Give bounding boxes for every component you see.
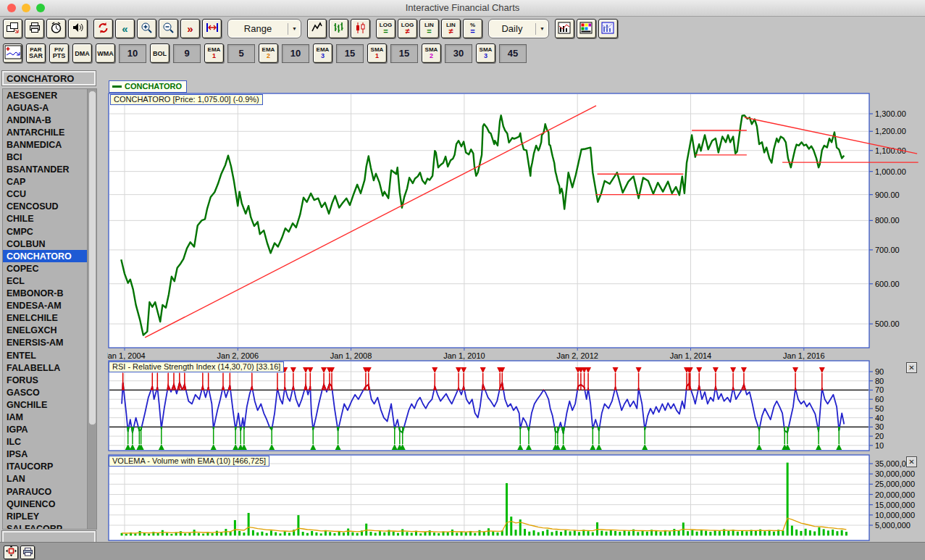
wma-period-field[interactable]: 10 (119, 44, 146, 63)
symbol-list-item[interactable]: COLBUN (3, 238, 96, 250)
symbol-list-item[interactable]: RIPLEY (3, 510, 96, 522)
sma3-period-field[interactable]: 45 (499, 44, 527, 63)
ema2-button[interactable]: EMA2 (259, 43, 278, 63)
symbol-list-item[interactable]: CONCHATORO (3, 250, 96, 262)
button-label: BOL (153, 51, 167, 57)
svg-text:50: 50 (875, 404, 884, 413)
ohlc-chart-button[interactable] (329, 19, 348, 38)
period-dropdown[interactable]: Daily▼ (488, 19, 549, 38)
symbol-list[interactable]: AESGENERAGUAS-AANDINA-BANTARCHILEBANMEDI… (2, 88, 97, 530)
symbol-list-item[interactable]: CMPC (3, 225, 96, 238)
close-volume-panel-button[interactable]: ✕ (906, 456, 917, 467)
button-sublabel: = (427, 28, 431, 35)
symbol-list-item[interactable]: ILC (3, 436, 96, 448)
ema1-button[interactable]: EMA1 (204, 43, 224, 63)
ema2-period-field[interactable]: 10 (282, 44, 309, 63)
linear-unequal-scale-button[interactable]: LIN≠ (441, 19, 461, 38)
scroll-right-button[interactable]: » (180, 19, 200, 38)
symbol-list-item[interactable]: COPEC (3, 262, 96, 275)
refresh-button[interactable] (93, 19, 113, 38)
alerts-button[interactable] (46, 19, 66, 38)
panel-settings-button[interactable] (598, 19, 618, 38)
print-button[interactable] (25, 19, 44, 38)
dropdown-value: Range (234, 23, 282, 34)
symbol-list-item[interactable]: CHILE (3, 213, 96, 225)
symbol-list-item[interactable]: ENELCHILE (3, 312, 96, 325)
fullscreen-button[interactable] (4, 546, 18, 559)
print-chart-button[interactable] (20, 546, 35, 559)
close-rsi-panel-button[interactable]: ✕ (906, 362, 917, 373)
sma3-button[interactable]: SMA3 (476, 43, 495, 63)
symbol-list-item[interactable]: CENCOSUD (3, 201, 96, 213)
symbol-list-item[interactable]: ECL (3, 275, 96, 287)
toolbar-group: «» (93, 19, 222, 38)
symbol-list-item[interactable]: GNCHILE (3, 398, 96, 411)
ema3-period-field[interactable]: 15 (336, 44, 364, 63)
symbol-list-item[interactable]: GASCO (3, 386, 96, 398)
sma2-button[interactable]: SMA2 (422, 43, 441, 63)
log-equal-scale-button[interactable]: LOG= (376, 19, 395, 38)
zoom-out-button[interactable] (159, 19, 178, 38)
symbol-list-item[interactable]: QUINENCO (3, 498, 96, 510)
symbol-list-item[interactable]: AGUAS-A (3, 101, 96, 114)
indicator-chart-button[interactable] (3, 43, 22, 63)
wma-button[interactable]: WMA (96, 43, 115, 63)
scroll-left-button[interactable]: « (115, 19, 135, 38)
titlebar[interactable]: Interactive Financial Charts (0, 0, 925, 17)
symbol-list-item[interactable]: ENERSIS-AM (3, 337, 96, 349)
combo-chart-button[interactable] (555, 19, 574, 38)
symbol-list-item[interactable]: ENTEL (3, 349, 96, 362)
dma-button[interactable]: DMA (72, 43, 92, 63)
button-sublabel: SAR (29, 53, 43, 59)
sound-button[interactable] (68, 19, 88, 38)
parabolic-sar-button[interactable]: PARSAR (26, 43, 46, 63)
bollinger-period-field[interactable]: 9 (173, 44, 201, 63)
linear-equal-scale-button[interactable]: LIN= (419, 19, 439, 38)
symbol-list-item[interactable]: PARAUCO (3, 485, 96, 498)
symbol-list-item[interactable]: CAP (3, 176, 96, 188)
symbol-list-item[interactable]: LAN (3, 473, 96, 485)
symbol-list-scrollbar[interactable] (87, 89, 96, 529)
symbol-list-item[interactable]: FALABELLA (3, 362, 96, 374)
range-dropdown[interactable]: Range▼ (227, 19, 301, 38)
symbol-list-item[interactable]: IAM (3, 411, 96, 423)
symbol-list-item[interactable]: ANDINA-B (3, 114, 96, 126)
pivot-points-button[interactable]: PIVPTS (49, 43, 69, 63)
symbol-list-item[interactable]: AESGENER (3, 89, 96, 101)
symbol-input[interactable]: CONCHATORO (2, 71, 96, 85)
sma2-period-field[interactable]: 30 (445, 44, 472, 63)
percent-scale-button[interactable]: %= (463, 19, 482, 38)
log-unequal-scale-button[interactable]: LOG≠ (398, 19, 417, 38)
sma1-period-field[interactable]: 15 (390, 44, 418, 63)
status-bar (0, 542, 925, 560)
symbol-list-item[interactable]: BCI (3, 151, 96, 163)
scrollbar-thumb[interactable] (88, 91, 96, 425)
symbol-list-item[interactable]: ENELGXCH (3, 325, 96, 337)
ema1-period-field[interactable]: 5 (227, 44, 255, 63)
symbol-list-item[interactable]: ITAUCORP (3, 461, 96, 473)
symbol-list-item[interactable]: BSANTANDER (3, 164, 96, 176)
line-chart-button[interactable] (307, 19, 327, 38)
svg-text:90: 90 (875, 367, 884, 376)
symbol-list-item[interactable]: ENDESA-AM (3, 300, 96, 312)
symbol-list-item[interactable]: IGPA (3, 424, 96, 436)
bollinger-button[interactable]: BOL (150, 43, 169, 63)
candlestick-chart-button[interactable] (351, 19, 370, 38)
toolbar-main: «»Range▼LOG=LOG≠LIN=LIN≠%=Daily▼ (3, 19, 618, 38)
colors-button[interactable] (577, 19, 596, 38)
symbol-list-item[interactable]: FORUS (3, 374, 96, 386)
symbol-list-item[interactable]: IPSA (3, 448, 96, 461)
symbol-list-item[interactable]: BANMEDICA (3, 138, 96, 151)
zoom-in-button[interactable] (137, 19, 156, 38)
symbol-list-item[interactable]: CCU (3, 188, 96, 201)
sma1-button[interactable]: SMA1 (367, 43, 387, 63)
symbol-list-item[interactable]: ANTARCHILE (3, 126, 96, 138)
symbol-list-item[interactable]: EMBONOR-B (3, 288, 96, 300)
new-window-button[interactable] (3, 19, 22, 38)
refresh-icon (97, 22, 109, 36)
fit-range-button[interactable] (202, 19, 222, 38)
chart-canvas[interactable]: 1,300.001,200.001,100.001,000.00900.0080… (107, 70, 925, 560)
window-title: Interactive Financial Charts (0, 2, 925, 13)
symbol-list-item[interactable]: SALFACORP (3, 522, 96, 530)
ema3-button[interactable]: EMA3 (313, 43, 332, 63)
